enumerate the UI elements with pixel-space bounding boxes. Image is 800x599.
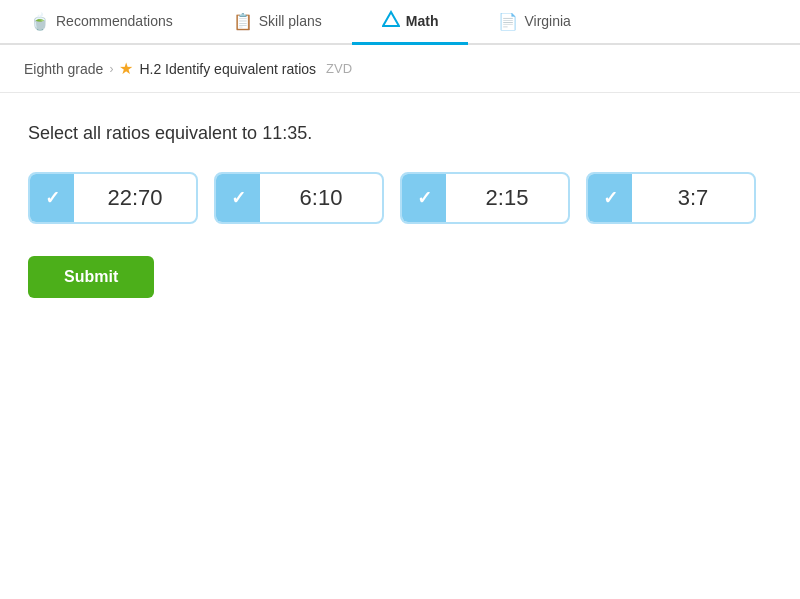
tab-recommendations[interactable]: 🍵 Recommendations xyxy=(0,0,203,45)
option-2[interactable]: ✓ 6:10 xyxy=(214,172,384,224)
tab-skill-plans[interactable]: 📋 Skill plans xyxy=(203,0,352,45)
option-4-value: 3:7 xyxy=(632,185,754,211)
option-1[interactable]: ✓ 22:70 xyxy=(28,172,198,224)
svg-marker-0 xyxy=(383,12,399,26)
tab-virginia[interactable]: 📄 Virginia xyxy=(468,0,600,45)
option-3-checkmark: ✓ xyxy=(417,187,432,209)
main-content: Select all ratios equivalent to 11:35. ✓… xyxy=(0,93,800,328)
nav-tabs: 🍵 Recommendations 📋 Skill plans Math 📄 V… xyxy=(0,0,800,45)
submit-button[interactable]: Submit xyxy=(28,256,154,298)
tab-math-label: Math xyxy=(406,13,439,29)
option-1-checkbox[interactable]: ✓ xyxy=(30,174,74,222)
option-4[interactable]: ✓ 3:7 xyxy=(586,172,756,224)
question-text: Select all ratios equivalent to 11:35. xyxy=(28,123,772,144)
virginia-icon: 📄 xyxy=(498,12,518,31)
option-2-checkbox[interactable]: ✓ xyxy=(216,174,260,222)
option-4-checkbox[interactable]: ✓ xyxy=(588,174,632,222)
option-3-checkbox[interactable]: ✓ xyxy=(402,174,446,222)
math-icon xyxy=(382,10,400,32)
options-row: ✓ 22:70 ✓ 6:10 ✓ 2:15 ✓ 3:7 xyxy=(28,172,772,224)
breadcrumb-grade[interactable]: Eighth grade xyxy=(24,61,103,77)
tab-skill-plans-label: Skill plans xyxy=(259,13,322,29)
option-2-value: 6:10 xyxy=(260,185,382,211)
breadcrumb-star-icon: ★ xyxy=(119,59,133,78)
skill-plans-icon: 📋 xyxy=(233,12,253,31)
breadcrumb-skill-code: ZVD xyxy=(326,61,352,76)
option-4-checkmark: ✓ xyxy=(603,187,618,209)
option-1-value: 22:70 xyxy=(74,185,196,211)
tab-math[interactable]: Math xyxy=(352,0,469,45)
breadcrumb: Eighth grade › ★ H.2 Identify equivalent… xyxy=(0,45,800,93)
option-2-checkmark: ✓ xyxy=(231,187,246,209)
breadcrumb-skill-label[interactable]: H.2 Identify equivalent ratios xyxy=(139,61,316,77)
breadcrumb-arrow: › xyxy=(109,62,113,76)
tab-recommendations-label: Recommendations xyxy=(56,13,173,29)
option-3-value: 2:15 xyxy=(446,185,568,211)
recommendations-icon: 🍵 xyxy=(30,12,50,31)
option-1-checkmark: ✓ xyxy=(45,187,60,209)
option-3[interactable]: ✓ 2:15 xyxy=(400,172,570,224)
tab-virginia-label: Virginia xyxy=(524,13,570,29)
